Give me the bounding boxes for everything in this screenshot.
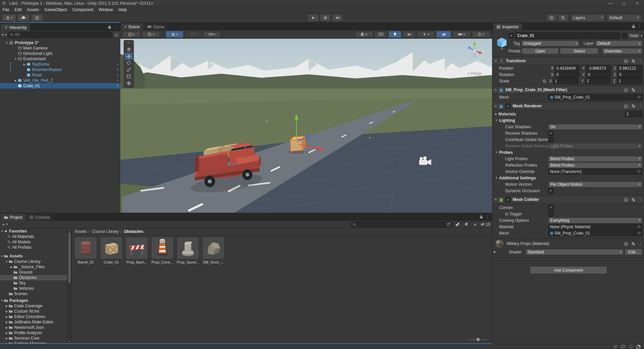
- help-icon[interactable]: ?: [624, 88, 628, 92]
- probes-section[interactable]: ▼Probes: [492, 149, 644, 155]
- scene-camera-dropdown[interactable]: ▾: [452, 31, 471, 38]
- component-menu-icon[interactable]: ⋮: [638, 104, 642, 108]
- material-header[interactable]: Military Props (Material) ? ⋮: [492, 238, 644, 249]
- prefab-chevron-icon[interactable]: ›: [117, 73, 118, 77]
- asset-tile[interactable]: Prop_Barri...: [126, 237, 148, 264]
- create-asset-button[interactable]: +: [2, 222, 5, 227]
- object-picker-icon[interactable]: ⊙: [638, 95, 641, 99]
- tab-scene[interactable]: # Scene: [121, 23, 143, 30]
- progress-icon[interactable]: [636, 345, 641, 349]
- rotate-tool-button[interactable]: [125, 60, 133, 66]
- tab-inspector[interactable]: i Inspector: [493, 23, 522, 30]
- shading-mode-dropdown[interactable]: ▾: [355, 31, 373, 38]
- lighting-section[interactable]: ▼Lighting: [492, 117, 644, 124]
- asset-tile[interactable]: Crate_01: [100, 237, 122, 264]
- position-x-field[interactable]: 0.4318409: [555, 65, 580, 71]
- is-trigger-checkbox[interactable]: [548, 211, 554, 217]
- foldout-icon[interactable]: ▼: [494, 198, 497, 201]
- motion-vectors-dropdown[interactable]: Per Object Motion▾: [548, 181, 642, 187]
- mesh-object-field[interactable]: ▦ SM_Prop_Crate_01 ⊙: [548, 94, 642, 100]
- panel-menu-icon[interactable]: ⋮: [114, 25, 118, 29]
- shader-dropdown[interactable]: Standard▾: [525, 249, 623, 255]
- undo-history-button[interactable]: [547, 14, 557, 22]
- tree-course-library[interactable]: ▼ Course Library: [0, 259, 71, 264]
- prefab-open-button[interactable]: Open: [522, 48, 559, 54]
- panel-menu-icon[interactable]: ⋮: [485, 214, 489, 219]
- tree-package[interactable]: ▶Custom NUnit: [0, 309, 71, 314]
- presets-icon[interactable]: [631, 59, 635, 63]
- static-caret[interactable]: ▾: [641, 34, 642, 37]
- collab-disabled-icon[interactable]: [613, 345, 617, 349]
- audio-mute-toggle[interactable]: [403, 31, 415, 38]
- component-menu-icon[interactable]: ⋮: [638, 88, 642, 92]
- tab-project[interactable]: Project: [1, 214, 26, 221]
- tree-ground[interactable]: Ground: [0, 270, 71, 275]
- component-menu-icon[interactable]: ⋮: [638, 241, 642, 246]
- mesh-filter-header[interactable]: ▼ ▦ SM_Prop_Crate_01 (Mesh Filter) ? ⋮: [492, 86, 644, 94]
- breadcrumb-course-library[interactable]: Course Library: [92, 229, 119, 234]
- scroll-up-icon[interactable]: ▲: [68, 228, 71, 232]
- menu-gameobject[interactable]: GameObject: [42, 7, 70, 13]
- additional-settings-section[interactable]: ▼Additional Settings: [492, 175, 644, 181]
- object-picker-icon[interactable]: ⊙: [638, 231, 641, 235]
- rotation-y-field[interactable]: 0: [586, 72, 611, 78]
- active-checkbox[interactable]: ✓: [509, 33, 514, 38]
- mesh-collider-header[interactable]: ▼ ▦ ✓ Mesh Collider ? ⋮: [492, 196, 644, 204]
- asset-tile[interactable]: Barrel_02: [75, 237, 97, 264]
- tag-dropdown[interactable]: Untagged▾: [521, 40, 579, 46]
- material-foldout-icon[interactable]: ▶: [494, 250, 496, 253]
- shader-edit-button[interactable]: Edit...: [625, 249, 642, 255]
- projection-label[interactable]: < Persp: [462, 71, 486, 76]
- asset-tile[interactable]: SM_Rock_...: [202, 237, 225, 264]
- view-tool-button[interactable]: [125, 46, 133, 53]
- breadcrumb-obstacles[interactable]: Obstacles: [124, 229, 143, 234]
- convex-checkbox[interactable]: ✓: [548, 205, 554, 210]
- prefab-overrides-dropdown[interactable]: Overrides▾: [602, 48, 642, 54]
- prefab-chevron-icon[interactable]: ›: [117, 62, 118, 67]
- static-checkbox[interactable]: [622, 33, 627, 38]
- foldout-icon[interactable]: ▼: [5, 41, 9, 44]
- tree-package[interactable]: ▶Services Core: [0, 336, 71, 341]
- prefab-chevron-icon[interactable]: ›: [117, 67, 118, 72]
- menu-window[interactable]: Window: [96, 7, 116, 13]
- tree-package[interactable]: ▶Editor Coroutines: [0, 314, 71, 319]
- lock-icon[interactable]: [632, 26, 635, 28]
- refresh-icon[interactable]: [629, 345, 633, 349]
- foldout-icon[interactable]: ▼: [13, 58, 18, 61]
- label-icon[interactable]: [463, 222, 470, 226]
- tree-package[interactable]: ▶JetBrains Rider Editor: [0, 319, 71, 325]
- object-picker-icon[interactable]: ⊙: [638, 169, 641, 174]
- account-button[interactable]: ▾: [2, 14, 16, 22]
- component-enabled-checkbox[interactable]: ✓: [505, 103, 511, 109]
- effects-dropdown[interactable]: ▾: [417, 31, 435, 38]
- cloud-disabled-icon[interactable]: [621, 345, 626, 349]
- slider-knob[interactable]: [477, 338, 480, 341]
- step-button[interactable]: [332, 14, 343, 22]
- presets-icon[interactable]: [631, 104, 635, 108]
- hierarchy-row[interactable]: Main Camera: [0, 45, 120, 51]
- contribute-gi-checkbox[interactable]: [548, 137, 554, 142]
- favorites-star-icon[interactable]: ★: [472, 222, 479, 227]
- add-object-caret[interactable]: ▾: [5, 33, 7, 36]
- foldout-icon[interactable]: ▶: [22, 63, 27, 66]
- project-search-input[interactable]: [351, 221, 453, 228]
- component-menu-icon[interactable]: ⋮: [638, 197, 642, 202]
- tool-handle-position-dropdown[interactable]: ▾: [122, 31, 140, 38]
- play-button[interactable]: [308, 14, 319, 22]
- tree-package[interactable]: ▶Settings Manager: [0, 341, 71, 343]
- dynamic-occlusion-checkbox[interactable]: ✓: [548, 188, 554, 194]
- tool-handle-rotation-dropdown[interactable]: ▾: [142, 31, 160, 38]
- object-picker-icon[interactable]: ⊙: [638, 224, 641, 229]
- light-probes-dropdown[interactable]: Blend Probes▾: [548, 156, 642, 162]
- hierarchy-row-selected[interactable]: Crate_01 ›: [0, 83, 120, 89]
- component-enabled-checkbox[interactable]: ✓: [505, 197, 511, 202]
- prefab-chevron-icon[interactable]: ›: [117, 83, 118, 88]
- rotation-x-field[interactable]: 0: [555, 72, 580, 78]
- rotation-z-field[interactable]: 0: [617, 72, 642, 78]
- favorites-item[interactable]: All Models: [0, 239, 71, 245]
- tree-scenes[interactable]: Scenes: [0, 291, 71, 296]
- menu-help[interactable]: Help: [116, 7, 129, 13]
- foldout-icon[interactable]: ▼: [494, 105, 497, 108]
- hierarchy-row[interactable]: Directional Light: [0, 51, 120, 56]
- receive-shadows-checkbox[interactable]: ✓: [548, 131, 554, 136]
